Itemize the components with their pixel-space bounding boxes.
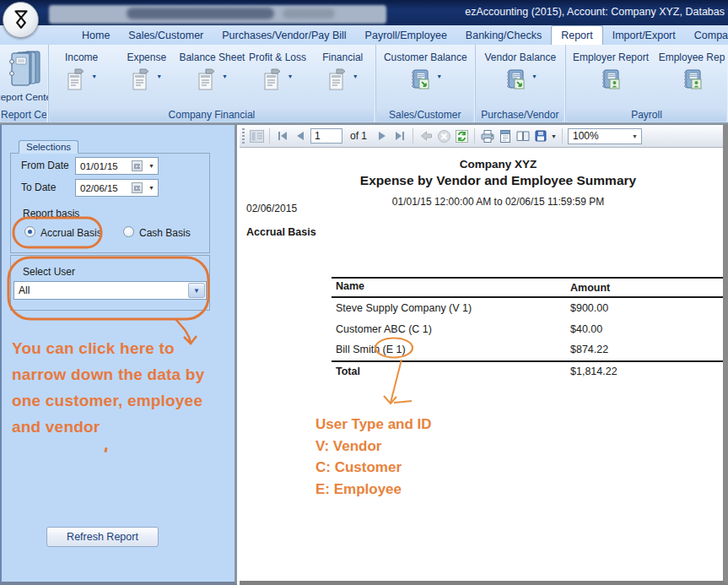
toolbar-separator [413,128,413,144]
ribbon-group-report-center: Report Center Report Center [0,45,49,122]
accrual-basis-radio[interactable] [24,226,35,237]
refresh-icon[interactable] [454,128,469,144]
ribbon-group-label-company-financial: Company Financial [50,108,374,122]
row-name: Steve Supply Company (V 1) [336,302,472,314]
ribbon-item-income[interactable]: Income ▼ [49,45,114,95]
ribbon-item-vendor-balance[interactable]: Vendor Balance [476,45,565,95]
selections-tab[interactable]: Selections [19,140,78,154]
report-run-date: 02/06/2015 [246,203,297,214]
payroll-book-icon [681,68,704,95]
menu-item-banking-checks[interactable]: Banking/Checks [456,25,551,45]
row-amount: $900.00 [570,302,608,314]
ribbon-group-payroll: Employer Report [566,45,728,122]
column-header-name: Name [336,280,364,292]
report-table: Name Amount Steve Supply Company (V 1) $… [332,277,723,381]
date-dropdown-icon[interactable]: ▼ [148,163,154,169]
ribbon-group-label-payroll: Payroll [567,108,726,122]
report-doc-icon [262,68,283,95]
select-user-combobox[interactable]: All ▼ [13,281,207,300]
last-page-button[interactable] [392,128,407,144]
ribbon-item-profit-loss[interactable]: Profit & Loss ▼ [245,45,310,95]
dropdown-arrow-icon[interactable]: ▼ [288,73,294,79]
from-date-field[interactable]: 01/01/15 ▼ [75,157,159,175]
report-center-icon [5,47,44,91]
dropdown-arrow-icon[interactable]: ▼ [353,73,359,79]
report-doc-icon [197,68,217,95]
row-amount: $874.22 [570,344,608,355]
print-layout-icon[interactable] [498,128,513,144]
selections-sidebar: Selections From Date 01/01/15 ▼ To Date … [0,125,237,585]
ribbon-item-customer-balance[interactable]: Customer Balance [376,45,475,95]
ribbon-item-employer-report[interactable]: Employer Report [573,45,649,95]
toolbar-separator [474,128,475,144]
report-company-name: Company XYZ [273,158,723,171]
report-annotation-text: User Type and ID V: Vendor C: Customer E… [315,414,432,500]
ribbon-group-label-purchase-vendor: Purchase/Vendor [477,108,564,122]
previous-page-button[interactable] [293,128,308,144]
redacted-blur [283,8,335,19]
payroll-book-icon [599,68,622,95]
menu-item-home[interactable]: Home [73,25,119,45]
table-row: Bill Smith (E 1) $874.22 [332,339,723,360]
refresh-report-button[interactable]: Refresh Report [46,527,159,547]
menu-item-sales-customer[interactable]: Sales/Customer [119,25,213,45]
report-date-range: 01/01/15 12:00:00 AM to 02/06/15 11:59:5… [273,196,723,208]
zoom-dropdown-arrow-icon: ▼ [632,133,638,139]
select-user-label: Select User [23,266,75,278]
total-amount: $1,814.22 [570,366,617,377]
app-window: ezAccounting (2015), Account: Company XY… [0,0,728,585]
dropdown-arrow-icon: ▼ [193,287,200,295]
ribbon-item-expense[interactable]: Expense ▼ [114,45,179,95]
dropdown-arrow-icon[interactable]: ▼ [222,73,228,79]
accrual-basis-radio-label[interactable]: Accrual Basis [40,227,102,239]
menu-item-purchases-vendor-pay-bill[interactable]: Purchases/Vendor/Pay Bill [213,25,355,45]
first-page-button[interactable] [275,128,290,144]
dropdown-arrow-icon[interactable]: ▼ [91,73,97,79]
dropdown-arrow-icon[interactable]: ▼ [436,73,442,79]
to-date-field[interactable]: 02/06/15 ▼ [75,179,159,197]
ribbon-item-employee-report[interactable]: Employee Rep [655,45,728,95]
date-dropdown-icon[interactable]: ▼ [148,185,154,191]
from-date-value: 01/01/15 [80,161,118,171]
menu-item-import-export[interactable]: Import/Export [603,25,685,45]
title-bar: ezAccounting (2015), Account: Company XY… [0,0,728,25]
ribbon-item-balance-sheet[interactable]: Balance Sheet ▼ [179,45,245,95]
ribbon-divider [0,122,728,125]
report-viewer-pane: of 1 [240,125,728,585]
dropdown-arrow-icon[interactable]: ▼ [531,73,537,79]
report-title: Expense by Vendor and Employee Summary [273,173,723,188]
menu-item-company[interactable]: Company [685,25,728,45]
zoom-combobox[interactable]: 100% ▼ [568,128,642,144]
app-logo-button[interactable] [3,2,39,38]
export-dropdown-arrow-icon[interactable]: ▼ [551,133,557,139]
page-number-input[interactable] [310,128,342,144]
combo-dropdown-button[interactable]: ▼ [188,283,205,298]
select-user-value: All [19,284,30,296]
ribbon-item-financial[interactable]: Financial ▼ [310,45,375,95]
report-center-button[interactable]: Report Center [0,45,48,102]
annotation-tick-mark [104,447,107,452]
row-name: Customer ABC (C 1) [336,323,432,335]
calendar-icon[interactable] [132,160,143,171]
cash-basis-radio-label[interactable]: Cash Basis [139,227,191,239]
main-area: Selections From Date 01/01/15 ▼ To Date … [0,122,728,585]
menu-item-payroll-employee[interactable]: Payroll/Employee [356,25,456,45]
export-save-icon[interactable] [533,128,548,144]
ribbon-group-company-financial: Income ▼ Expense [49,45,376,122]
parameters-toggle-icon[interactable] [249,128,264,144]
toolbar-grip[interactable] [242,128,245,144]
print-icon[interactable] [480,128,495,144]
balance-book-icon [504,68,526,95]
cash-basis-radio[interactable] [123,226,134,237]
report-basis: Accrual Basis [246,226,316,238]
ribbon: Report Center Report Center Income [0,45,728,122]
zoom-value: 100% [573,130,599,142]
page-setup-icon[interactable] [515,128,531,144]
table-row: Steve Supply Company (V 1) $900.00 [332,298,723,319]
next-page-button[interactable] [375,128,390,144]
menu-item-report[interactable]: Report [551,25,603,45]
dropdown-arrow-icon[interactable]: ▼ [156,73,162,79]
ribbon-group-label-sales-customer: Sales/Customer [377,108,473,122]
calendar-icon[interactable] [132,182,143,193]
annotation-dash [394,401,412,403]
